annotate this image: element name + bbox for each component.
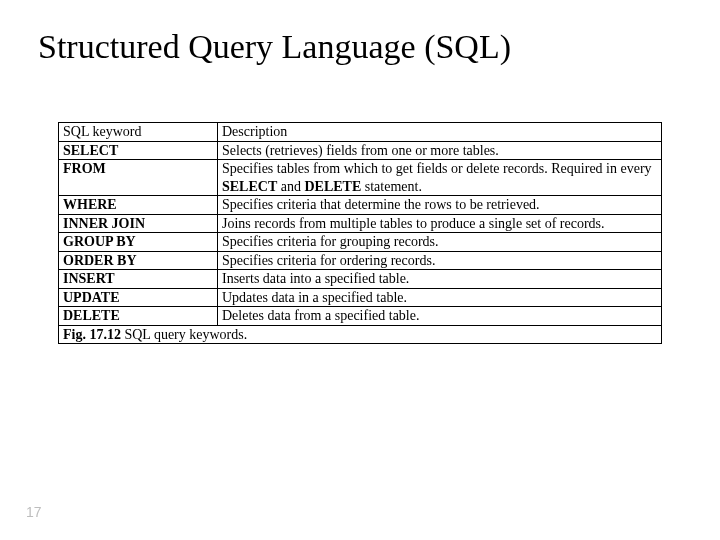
keyword-cell: INNER JOIN [59, 214, 218, 233]
description-cell: Deletes data from a specified table. [218, 307, 662, 326]
header-description: Description [218, 123, 662, 142]
keyword-cell: ORDER BY [59, 251, 218, 270]
keyword-cell: INSERT [59, 270, 218, 289]
header-keyword: SQL keyword [59, 123, 218, 142]
table-row: INSERT Inserts data into a specified tab… [59, 270, 662, 289]
table-row: INNER JOIN Joins records from multiple t… [59, 214, 662, 233]
sql-keywords-table-wrap: SQL keyword Description SELECT Selects (… [58, 122, 662, 344]
keyword-cell: UPDATE [59, 288, 218, 307]
description-cell: Selects (retrieves) fields from one or m… [218, 141, 662, 160]
description-cell: Inserts data into a specified table. [218, 270, 662, 289]
keyword-cell: DELETE [59, 307, 218, 326]
table-row: WHERE Specifies criteria that determine … [59, 196, 662, 215]
description-cell: Updates data in a specified table. [218, 288, 662, 307]
slide-title: Structured Query Language (SQL) [0, 0, 720, 66]
description-cell: Specifies criteria for ordering records. [218, 251, 662, 270]
table-row: DELETE Deletes data from a specified tab… [59, 307, 662, 326]
table-row: FROM Specifies tables from which to get … [59, 160, 662, 196]
table-caption: Fig. 17.12 SQL query keywords. [59, 325, 662, 344]
table-row: SELECT Selects (retrieves) fields from o… [59, 141, 662, 160]
description-cell: Specifies tables from which to get field… [218, 160, 662, 196]
table-row: ORDER BY Specifies criteria for ordering… [59, 251, 662, 270]
page-number: 17 [26, 504, 42, 520]
sql-keywords-table: SQL keyword Description SELECT Selects (… [58, 122, 662, 344]
keyword-cell: GROUP BY [59, 233, 218, 252]
description-cell: Specifies criteria for grouping records. [218, 233, 662, 252]
description-cell: Joins records from multiple tables to pr… [218, 214, 662, 233]
table-caption-row: Fig. 17.12 SQL query keywords. [59, 325, 662, 344]
table-header-row: SQL keyword Description [59, 123, 662, 142]
keyword-cell: FROM [59, 160, 218, 196]
keyword-cell: WHERE [59, 196, 218, 215]
description-cell: Specifies criteria that determine the ro… [218, 196, 662, 215]
keyword-cell: SELECT [59, 141, 218, 160]
table-row: GROUP BY Specifies criteria for grouping… [59, 233, 662, 252]
table-row: UPDATE Updates data in a specified table… [59, 288, 662, 307]
